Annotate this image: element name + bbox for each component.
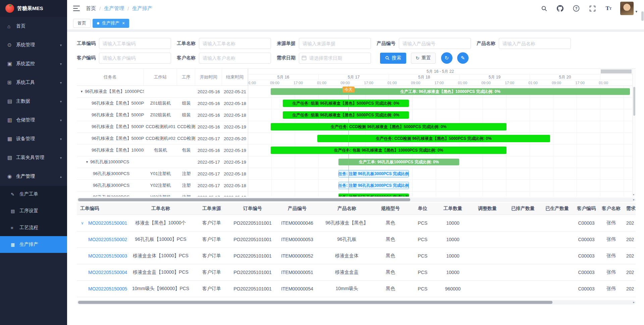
table-column-header: 产品编号	[273, 203, 322, 215]
gantt-task-row[interactable]: 96孔移液盒【黑色】5000PCS Z02组装机 组装 2022-05-16 2…	[77, 109, 248, 121]
menu-icon: ▣	[7, 61, 16, 67]
timeline-header-scrollbar[interactable]	[601, 69, 632, 73]
sidebar-item-label: 生产排产	[19, 241, 62, 248]
search-icon[interactable]	[540, 5, 548, 12]
timeline-hour-label: 17:00	[364, 80, 373, 86]
sidebar-toggle-icon[interactable]	[73, 6, 80, 11]
avatar-caret-icon[interactable]: ▾	[635, 9, 637, 15]
gantt-bar[interactable]: 生产任务: CCD检测 96孔移液盒【黑色】5000PCS 完成比例: 0%	[271, 123, 506, 130]
sidebar-item[interactable]: ◉ 生产管理 ▴	[0, 167, 67, 186]
filter-input[interactable]	[199, 38, 271, 49]
table-row[interactable]: MO202205150005 10mm吸头【960000】PCS 客户订单 PO…	[77, 281, 636, 297]
filter-input[interactable]	[299, 53, 371, 64]
breadcrumb-item[interactable]: 首页	[86, 5, 96, 12]
sidebar-item[interactable]: ▦ 生产排产	[0, 236, 67, 253]
table-horizontal-scrollbar[interactable]: ◂ ▸	[77, 300, 636, 305]
product-name: 移液盒盒体	[322, 248, 372, 264]
gantt-task-row[interactable]: 96孔孔板3000PCS Y03注塑机 注塑 2022-05-17 2022-0…	[77, 192, 248, 197]
task-name: 96孔移液盒【黑色】5000PCS	[92, 112, 144, 118]
filter-input[interactable]	[399, 38, 471, 49]
task-end-time: 2022-05-18	[222, 168, 248, 179]
task-name: 96孔孔板10000PCS	[90, 159, 129, 165]
scroll-right-icon[interactable]: ▸	[633, 198, 635, 201]
table-body: ∨ MO202205150001 移液盒【黑色】10000个 客户订单 PO20…	[77, 215, 636, 297]
work-order-code-link[interactable]: MO202205150002	[88, 237, 127, 242]
table-row[interactable]: MO202205150004 移液盒盒盖【10000】PCS 客户订单 PO20…	[77, 264, 636, 281]
fullscreen-icon[interactable]	[589, 5, 596, 12]
gantt-task-row[interactable]: 96孔移液盒【黑色】5000PCS CCD检测机#01 CCD检测 2022-0…	[77, 121, 248, 133]
gantt-bar[interactable]: 生产任务: CCD检测 96孔移液盒【黑色】5000PCS 完成比例: 0%	[317, 135, 550, 142]
gantt-task-row[interactable]: 96孔移液盒【黑色】5000PCS Z01组装机 组装 2022-05-16 2…	[77, 98, 248, 109]
sidebar-item[interactable]: ✎ 生产工单	[0, 186, 67, 203]
page-tab[interactable]: 生产排产 ×	[93, 19, 129, 28]
filter-input[interactable]	[99, 38, 171, 49]
filter-input[interactable]	[499, 38, 571, 49]
gantt-task-row[interactable]: 96孔孔板3000PCS Y01注塑机 注塑 2022-05-17 2022-0…	[77, 168, 248, 180]
filter-input[interactable]	[99, 53, 171, 64]
gantt-bar-row: 生产任务: 注塑 96孔孔板3000PCS 完成比例: 0%	[248, 168, 632, 180]
filter-input[interactable]	[299, 38, 371, 49]
row-expand-icon[interactable]: ∨	[81, 221, 84, 225]
page-tab[interactable]: 首页	[73, 19, 91, 28]
table-row[interactable]: ∨ MO202205150001 移液盒【黑色】10000个 客户订单 PO20…	[77, 215, 636, 231]
work-order-code-link[interactable]: MO202205150005	[88, 286, 127, 291]
gantt-bar[interactable]: 生产工单: 96孔移液盒【黑色】10000PCS 完成比例: 0%	[271, 88, 630, 95]
refresh-button[interactable]: ↻	[441, 52, 452, 64]
row-collapse-icon[interactable]: ▼	[80, 90, 83, 93]
task-name: 96孔移液盒【黑色】5000PCS	[92, 136, 144, 142]
sidebar-item[interactable]: ≡ 工艺流程	[0, 219, 67, 236]
gantt-hscroll-thumb[interactable]	[78, 198, 410, 201]
font-size-icon[interactable]: TT	[605, 5, 612, 12]
reset-button[interactable]: ↻ 重置	[411, 53, 436, 64]
sidebar-item[interactable]: ▣ 系统监控 ▾	[0, 54, 67, 73]
row-collapse-icon[interactable]: ▼	[86, 160, 89, 164]
breadcrumb-item[interactable]: 生产管理	[104, 5, 124, 12]
gantt-bar[interactable]: 生产工单: 96孔孔板10000PCS 完成比例: 0%	[338, 159, 459, 165]
sidebar-item[interactable]: ▤ 工序设置	[0, 203, 67, 219]
breadcrumb-item[interactable]: 生产排产	[132, 5, 152, 12]
github-icon[interactable]	[556, 5, 564, 12]
timeline-hour-label: 01:00	[458, 80, 467, 86]
gantt-task-row[interactable]: 96孔孔板3000PCS Y02注塑机 注塑 2022-05-17 2022-0…	[77, 180, 248, 192]
sidebar-item[interactable]: ▤ 主数据 ▾	[0, 92, 67, 111]
work-order-code-link[interactable]: MO202205150004	[88, 270, 127, 275]
sidebar-item[interactable]: ⊞ 系统工具 ▾	[0, 73, 67, 92]
gantt-bar[interactable]: 生产任务: 注塑 96孔孔板3000PCS 完成比例: 0%	[338, 170, 409, 177]
gantt-task-row[interactable]: ▼ 96孔移液盒【黑色】10000PCS 2022-05-16 2022-05-…	[77, 86, 248, 98]
table-hscroll-thumb[interactable]	[78, 301, 552, 304]
work-order-code-link[interactable]: MO202205150001	[88, 220, 127, 226]
sidebar-menu: ⌂ 首页 ⊙ 系统管理 ▾ ▣ 系统监控 ▾ ⊞	[0, 17, 67, 253]
tab-close-icon[interactable]: ×	[122, 21, 125, 25]
search-button[interactable]: 搜索	[380, 53, 406, 64]
gantt-task-row[interactable]: ▼ 96孔孔板10000PCS 2022-05-17 2022-05-19	[77, 156, 248, 168]
gantt-bar[interactable]: 生产任务: 组装 96孔移液盒【黑色】5000PCS 完成比例: 0%	[283, 100, 409, 107]
sidebar-item[interactable]: ▧ 工装夹具管理 ▾	[0, 148, 67, 167]
task-process: 注塑	[177, 192, 195, 197]
gantt-bar[interactable]: 生产任务: 注塑 96孔孔板3000PCS 完成比例: 0%	[338, 182, 409, 189]
gantt-vscroll-thumb[interactable]	[633, 87, 635, 116]
timeline-hour-label: 01:00	[599, 80, 608, 86]
menu-icon: ▦	[11, 242, 19, 247]
filter-input[interactable]	[199, 53, 271, 64]
logo[interactable]: 苦糖果MES	[0, 0, 67, 17]
gantt-horizontal-scrollbar[interactable]: ◂ ▸	[77, 198, 636, 202]
gantt-bar[interactable]: 生产任务: 组装 96孔移液盒【黑色】5000PCS 完成比例: 0%	[283, 111, 409, 119]
gantt-bar[interactable]: 生产任务: 包装 96孔移液盒【黑色】10000PCS 完成比例: 0%	[271, 147, 506, 154]
scroll-down-icon[interactable]: ▾	[633, 193, 634, 196]
avatar[interactable]	[620, 2, 634, 15]
sidebar-item[interactable]: ▥ 仓储管理 ▾	[0, 111, 67, 129]
page-scrollbar-thumb[interactable]	[641, 11, 644, 21]
gantt-task-row[interactable]: 96孔移液盒【黑色】5000PCS CCD检测机#02 CCD检测 2022-0…	[77, 133, 248, 145]
scroll-right-icon[interactable]: ▸	[633, 301, 635, 304]
sidebar-item[interactable]: ▦ 设备管理 ▾	[0, 129, 67, 148]
gantt-task-row[interactable]: 96孔移液盒【黑色】10000PCS 包装机 包装 2022-05-16 202…	[77, 145, 248, 156]
gantt-bar[interactable]: 生产任务: 注塑 96孔孔板3000PCS 完成比例: 0%	[338, 194, 409, 197]
table-row[interactable]: MO202205150003 移液盒盒体【10000】PCS 客户订单 PO20…	[77, 248, 636, 264]
work-order-code-link[interactable]: MO202205150003	[88, 253, 127, 259]
table-row[interactable]: MO202205150002 96孔孔板【10000】PCS 客户订单 PO20…	[77, 231, 636, 248]
edit-button[interactable]: ✎	[457, 52, 469, 64]
gantt-vertical-scrollbar[interactable]: ▾	[632, 69, 636, 197]
sidebar-item[interactable]: ⊙ 系统管理 ▾	[0, 36, 67, 54]
help-icon[interactable]: ?	[573, 5, 580, 12]
sidebar-item[interactable]: ⌂ 首页	[0, 17, 67, 36]
